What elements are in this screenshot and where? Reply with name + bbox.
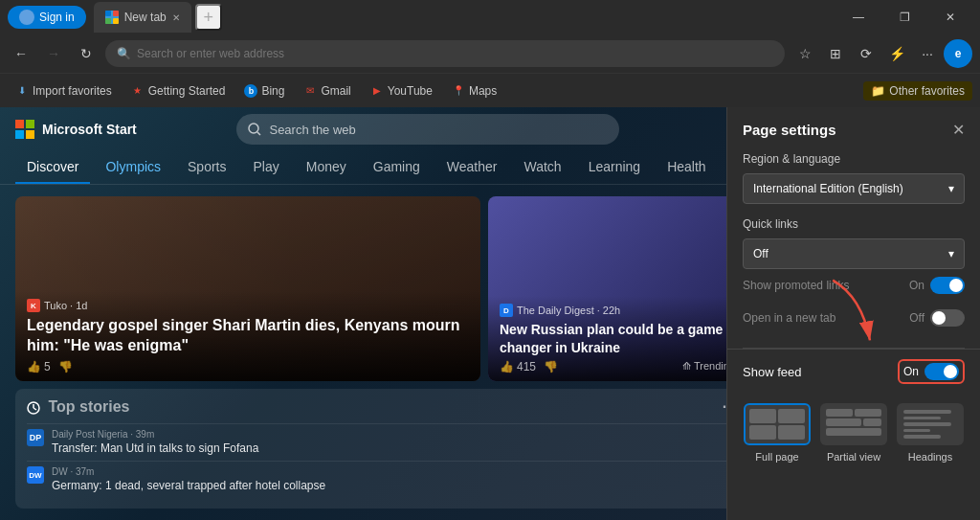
story-meta-2: DW · 37m bbox=[52, 466, 735, 477]
settings-title: Page settings bbox=[743, 122, 836, 138]
address-input[interactable] bbox=[137, 47, 773, 60]
quick-links-dropdown[interactable]: Off ▾ bbox=[743, 238, 965, 269]
open-new-tab-value: Off bbox=[909, 309, 965, 327]
gmail-icon: ✉ bbox=[303, 84, 317, 98]
show-feed-row: Show feed On bbox=[727, 349, 980, 394]
feed-option-headings[interactable]: Headings bbox=[896, 403, 965, 463]
like-button-2[interactable]: 👍 415 bbox=[500, 360, 536, 373]
hero-source-1: K Tuko · 1d bbox=[27, 299, 469, 312]
svg-rect-2 bbox=[105, 18, 111, 24]
nav-bar: ← → ↻ 🔍 ☆ ⊞ ⟳ ⚡ ··· e bbox=[0, 34, 980, 73]
import-label: Import favorites bbox=[33, 84, 112, 98]
show-promoted-toggle[interactable] bbox=[930, 277, 965, 294]
svg-rect-6 bbox=[15, 130, 24, 139]
svg-line-9 bbox=[257, 132, 260, 135]
minimize-button[interactable]: — bbox=[836, 2, 880, 33]
nav-tab-learning[interactable]: Learning bbox=[577, 151, 653, 184]
story-text-1: Daily Post Nigeria · 39m Transfer: Man U… bbox=[52, 429, 735, 457]
partial-view-label: Partial view bbox=[827, 451, 880, 463]
nav-tab-gaming[interactable]: Gaming bbox=[362, 151, 432, 184]
getting-started[interactable]: ★ Getting Started bbox=[123, 81, 234, 101]
like-button-1[interactable]: 👍 5 bbox=[27, 360, 51, 373]
favorites-icon[interactable]: ☆ bbox=[791, 39, 819, 68]
hero-main-card[interactable]: K Tuko · 1d Legendary gospel singer Shar… bbox=[15, 196, 480, 381]
web-search-input[interactable] bbox=[269, 123, 608, 137]
show-feed-label: Show feed bbox=[743, 365, 801, 379]
maps-icon: 📍 bbox=[452, 84, 465, 98]
nav-tab-health[interactable]: Health bbox=[656, 151, 717, 184]
more-tools-icon[interactable]: ··· bbox=[913, 39, 942, 68]
story-title-2[interactable]: Germany: 1 dead, several trapped after h… bbox=[52, 479, 735, 494]
story-item-1[interactable]: DP Daily Post Nigeria · 39m Transfer: Ma… bbox=[27, 423, 735, 462]
partial-view-icon bbox=[820, 403, 887, 445]
favorites-bar: ⬇ Import favorites ★ Getting Started b B… bbox=[0, 73, 980, 107]
nav-tab-play[interactable]: Play bbox=[242, 151, 291, 184]
nav-tab-watch[interactable]: Watch bbox=[512, 151, 572, 184]
story-item-2[interactable]: DW DW · 37m Germany: 1 dead, several tra… bbox=[27, 461, 735, 499]
maps-label: Maps bbox=[469, 84, 497, 98]
hero-section: K Tuko · 1d Legendary gospel singer Shar… bbox=[15, 196, 746, 381]
import-favorites[interactable]: ⬇ Import favorites bbox=[8, 81, 120, 101]
address-bar[interactable]: 🔍 bbox=[105, 40, 785, 67]
nav-icons: ☆ ⊞ ⟳ ⚡ ··· e bbox=[791, 39, 972, 68]
story-meta-1: Daily Post Nigeria · 39m bbox=[52, 429, 735, 440]
settings-close-button[interactable]: ✕ bbox=[952, 121, 965, 139]
nav-tab-olympics[interactable]: Olympics bbox=[94, 151, 172, 184]
svg-rect-0 bbox=[105, 11, 111, 16]
region-value: International Edition (English) bbox=[753, 182, 903, 195]
region-label: Region & language bbox=[743, 152, 965, 166]
maps-fav[interactable]: 📍 Maps bbox=[444, 81, 504, 101]
hero-title-1: Legendary gospel singer Shari Martin die… bbox=[27, 316, 469, 356]
sign-in-button[interactable]: Sign in bbox=[8, 6, 86, 29]
hero-main-overlay: K Tuko · 1d Legendary gospel singer Shar… bbox=[15, 291, 480, 381]
story-title-1[interactable]: Transfer: Man Utd in talks to sign Fofan… bbox=[52, 441, 735, 457]
settings-header: Page settings ✕ bbox=[727, 107, 980, 152]
collections-icon[interactable]: ⊞ bbox=[821, 39, 850, 68]
top-stories-title: Top stories bbox=[48, 398, 129, 415]
ms-search-bar[interactable] bbox=[236, 114, 619, 145]
open-new-tab-text: Off bbox=[909, 311, 924, 325]
nav-tab-weather[interactable]: Weather bbox=[435, 151, 509, 184]
hero-source-label-2: The Daily Digest · 22h bbox=[517, 305, 620, 316]
back-button[interactable]: ← bbox=[8, 40, 34, 67]
feed-option-partial[interactable]: Partial view bbox=[819, 403, 888, 463]
region-dropdown[interactable]: International Edition (English) ▾ bbox=[743, 173, 965, 204]
hero-title-2: New Russian plan could be a game changer… bbox=[500, 321, 735, 355]
dislike-button-1[interactable]: 👎 bbox=[58, 360, 73, 373]
new-tab-button[interactable]: + bbox=[195, 4, 222, 31]
folder-icon: 📁 bbox=[871, 84, 885, 98]
feed-options: Full page Partial view bbox=[727, 394, 980, 472]
forward-button[interactable]: → bbox=[40, 40, 67, 67]
open-new-tab-toggle[interactable] bbox=[930, 309, 965, 327]
tab-close-button[interactable]: ✕ bbox=[172, 12, 180, 23]
hero-actions-2: 👍 415 👎 ⟰ Trending bbox=[500, 360, 735, 373]
ms-logo[interactable]: Microsoft Start bbox=[15, 120, 137, 139]
bing-fav[interactable]: b Bing bbox=[236, 81, 292, 101]
nav-tab-sports[interactable]: Sports bbox=[176, 151, 237, 184]
nav-tab-discover[interactable]: Discover bbox=[15, 151, 90, 184]
extensions-icon[interactable]: ⚡ bbox=[882, 39, 911, 68]
gmail-fav[interactable]: ✉ Gmail bbox=[296, 81, 358, 101]
show-feed-toggle[interactable] bbox=[924, 363, 959, 380]
grid-icon bbox=[15, 120, 34, 139]
hero-source-label-1: Tuko · 1d bbox=[44, 300, 87, 311]
edge-icon[interactable]: e bbox=[944, 39, 972, 68]
nav-tab-money[interactable]: Money bbox=[295, 151, 358, 184]
maximize-button[interactable]: ❐ bbox=[882, 2, 926, 33]
tab-favicon bbox=[105, 11, 119, 24]
feed-option-full[interactable]: Full page bbox=[743, 403, 812, 463]
dislike-button-2[interactable]: 👎 bbox=[544, 360, 558, 373]
new-tab[interactable]: New tab ✕ bbox=[94, 2, 191, 33]
show-feed-toggle-area: On bbox=[898, 359, 965, 384]
browser-essentials-icon[interactable]: ⟳ bbox=[852, 39, 880, 68]
close-button[interactable]: ✕ bbox=[928, 2, 972, 33]
hero-secondary-card[interactable]: D The Daily Digest · 22h New Russian pla… bbox=[488, 196, 746, 381]
svg-rect-1 bbox=[113, 11, 119, 16]
show-promoted-text: On bbox=[909, 279, 924, 292]
hero-actions-1: 👍 5 👎 bbox=[27, 360, 469, 373]
svg-rect-3 bbox=[113, 18, 119, 24]
refresh-button[interactable]: ↻ bbox=[73, 40, 100, 67]
youtube-fav[interactable]: ▶ YouTube bbox=[363, 81, 440, 101]
other-favorites[interactable]: 📁 Other favorites bbox=[863, 81, 972, 101]
full-page-icon bbox=[744, 403, 811, 445]
